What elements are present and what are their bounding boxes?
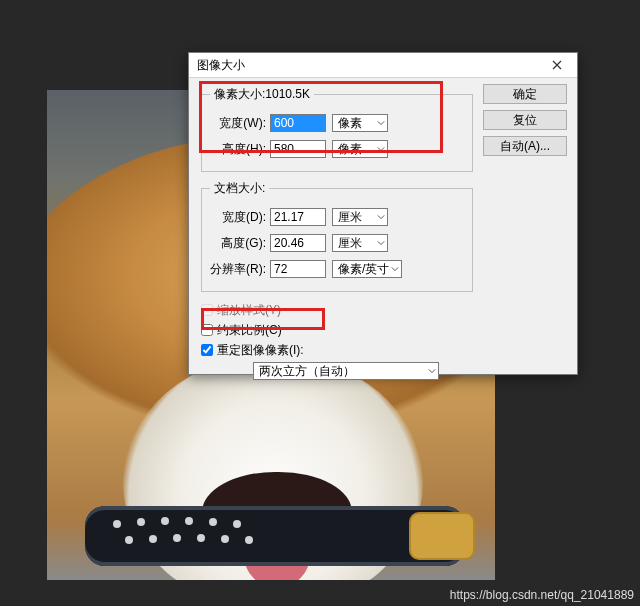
chevron-down-icon: [391, 265, 399, 273]
auto-button[interactable]: 自动(A)...: [483, 136, 567, 156]
doc-width-input[interactable]: [270, 208, 326, 226]
pixel-size-legend: 像素大小:1010.5K: [210, 86, 314, 103]
dog-collar: [85, 506, 465, 566]
pixel-size-group: 像素大小:1010.5K 宽度(W): 像素 高度(H): 像素: [201, 86, 473, 172]
height-input[interactable]: [270, 140, 326, 158]
resample-box[interactable]: [201, 344, 213, 356]
chevron-down-icon: [377, 145, 385, 153]
image-size-dialog: 图像大小 像素大小:1010.5K 宽度(W): 像素 高度(H):: [188, 52, 578, 375]
res-label: 分辨率(R):: [210, 261, 270, 278]
height-unit-value: 像素: [338, 141, 362, 158]
interpolation-select[interactable]: 两次立方（自动）: [253, 362, 439, 380]
constrain-label: 约束比例(C): [217, 322, 282, 339]
width-input[interactable]: [270, 114, 326, 132]
doc-width-label: 宽度(D):: [210, 209, 270, 226]
titlebar[interactable]: 图像大小: [189, 53, 577, 78]
chevron-down-icon: [377, 213, 385, 221]
scale-styles-label: 缩放样式(Y): [217, 302, 281, 319]
chevron-down-icon: [377, 119, 385, 127]
res-input[interactable]: [270, 260, 326, 278]
doc-size-legend: 文档大小:: [210, 180, 269, 197]
chevron-down-icon: [428, 367, 436, 375]
width-unit-select[interactable]: 像素: [332, 114, 388, 132]
constrain-checkbox[interactable]: 约束比例(C): [201, 320, 473, 340]
dialog-title: 图像大小: [197, 57, 245, 74]
doc-width-unit-select[interactable]: 厘米: [332, 208, 388, 226]
height-label: 高度(H):: [210, 141, 270, 158]
doc-size-group: 文档大小: 宽度(D): 厘米 高度(G): 厘米: [201, 180, 473, 292]
width-unit-value: 像素: [338, 115, 362, 132]
doc-height-label: 高度(G):: [210, 235, 270, 252]
interpolation-value: 两次立方（自动）: [259, 363, 355, 380]
close-button[interactable]: [537, 53, 577, 78]
width-label: 宽度(W):: [210, 115, 270, 132]
res-unit-select[interactable]: 像素/英寸: [332, 260, 402, 278]
ok-button[interactable]: 确定: [483, 84, 567, 104]
doc-width-unit-value: 厘米: [338, 209, 362, 226]
resample-checkbox[interactable]: 重定图像像素(I):: [201, 340, 473, 360]
doc-height-unit-select[interactable]: 厘米: [332, 234, 388, 252]
scale-styles-box: [201, 304, 213, 316]
height-unit-select[interactable]: 像素: [332, 140, 388, 158]
doc-height-input[interactable]: [270, 234, 326, 252]
scale-styles-checkbox[interactable]: 缩放样式(Y): [201, 300, 473, 320]
doc-height-unit-value: 厘米: [338, 235, 362, 252]
resample-label: 重定图像像素(I):: [217, 342, 304, 359]
chevron-down-icon: [377, 239, 385, 247]
reset-button[interactable]: 复位: [483, 110, 567, 130]
collar-tag: [409, 512, 475, 560]
close-icon: [552, 60, 562, 70]
res-unit-value: 像素/英寸: [338, 261, 389, 278]
constrain-box[interactable]: [201, 324, 213, 336]
watermark: https://blog.csdn.net/qq_21041889: [450, 588, 634, 602]
